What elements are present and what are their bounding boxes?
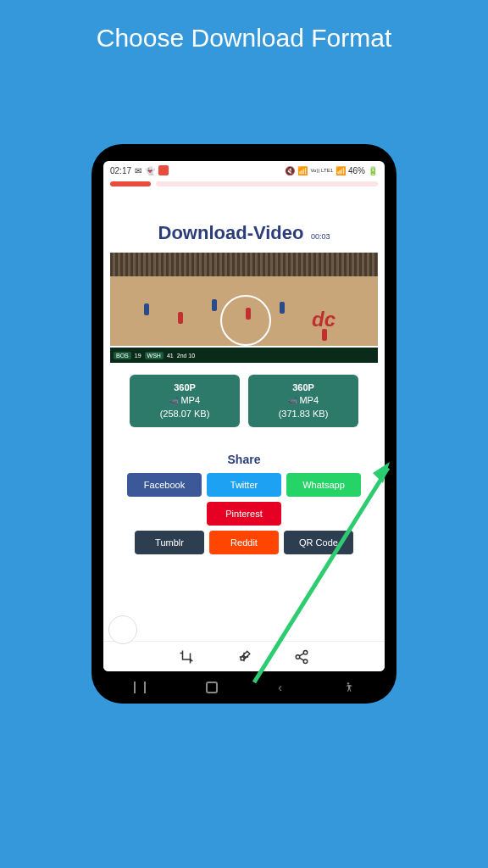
- download-duration: 00:03: [311, 232, 330, 241]
- format-row: 360P MP4 (258.07 KB) 360P MP4 (371.83 KB…: [110, 375, 378, 427]
- status-battery-icon: 🔋: [368, 166, 378, 175]
- status-icon-app: 👻: [145, 166, 155, 175]
- score2: 41: [167, 353, 174, 359]
- format-option-2[interactable]: 360P MP4 (371.83 KB): [248, 375, 358, 427]
- share-row-3: Tumblr Reddit QR Code: [110, 531, 378, 554]
- page-title: Choose Download Format: [0, 0, 488, 53]
- progress-row: [103, 180, 385, 188]
- player: [280, 302, 285, 314]
- status-network: Vo)) LTE1: [310, 168, 333, 173]
- status-bar: 02:17 ✉ 👻 🔇 📶 Vo)) LTE1 📶 46% 🔋: [103, 161, 385, 180]
- nav-recent-button[interactable]: [134, 682, 146, 693]
- share-reddit-button[interactable]: Reddit: [209, 531, 279, 554]
- share-whatsapp-button[interactable]: Whatsapp: [286, 473, 361, 497]
- format-type: MP4: [143, 394, 226, 407]
- share-qrcode-button[interactable]: QR Code: [284, 531, 353, 554]
- court-circle: [220, 295, 271, 346]
- svg-point-0: [303, 650, 308, 654]
- status-battery: 46%: [348, 166, 365, 175]
- player: [144, 303, 149, 315]
- nav-home-button[interactable]: [206, 682, 218, 693]
- score-period: 2nd 10: [177, 353, 195, 359]
- share-twitter-button[interactable]: Twitter: [207, 473, 281, 497]
- nav-accessibility-icon[interactable]: [342, 682, 354, 693]
- android-nav-bar: ‹: [103, 676, 385, 698]
- score-bar: BOS 19 WSH 41 2nd 10: [110, 348, 378, 363]
- app-thumbnail[interactable]: [108, 615, 137, 644]
- content-area: Download-Video 00:03 dc BOS 19 WSH 41: [103, 188, 385, 641]
- bottom-toolbar: [103, 641, 385, 671]
- format-resolution: 360P: [143, 381, 226, 394]
- svg-line-4: [299, 658, 303, 660]
- download-title-row: Download-Video 00:03: [110, 222, 378, 244]
- court-logo: dc: [312, 308, 336, 331]
- share-tumblr-button[interactable]: Tumblr: [135, 531, 204, 554]
- player: [178, 312, 183, 324]
- phone-frame: 02:17 ✉ 👻 🔇 📶 Vo)) LTE1 📶 46% 🔋 Download…: [92, 144, 396, 704]
- status-signal-icon: 📶: [336, 166, 346, 175]
- status-time: 02:17: [110, 166, 131, 175]
- svg-point-5: [347, 682, 349, 684]
- player: [246, 308, 251, 320]
- score1: 19: [135, 353, 141, 359]
- svg-point-1: [296, 654, 300, 659]
- share-grid: Facebook Twitter Whatsapp Pinterest: [110, 473, 378, 526]
- format-resolution: 360P: [262, 381, 345, 394]
- share-facebook-button[interactable]: Facebook: [127, 473, 202, 497]
- nav-back-button[interactable]: ‹: [278, 681, 282, 694]
- status-icon-box: [158, 165, 169, 175]
- progress-segment-2: [156, 181, 378, 186]
- download-title: Download-Video: [158, 222, 304, 243]
- progress-segment-1: [110, 181, 151, 186]
- player: [322, 329, 327, 341]
- score-team1: BOS: [114, 352, 131, 359]
- svg-point-2: [303, 659, 308, 664]
- format-size: (258.07 KB): [143, 408, 226, 420]
- format-type: MP4: [262, 394, 345, 407]
- crowd-area: [110, 253, 378, 276]
- crop-icon[interactable]: [179, 649, 194, 665]
- format-option-1[interactable]: 360P MP4 (258.07 KB): [130, 375, 240, 427]
- share-pinterest-button[interactable]: Pinterest: [207, 502, 281, 526]
- status-mute-icon: 🔇: [285, 166, 295, 175]
- phone-screen: 02:17 ✉ 👻 🔇 📶 Vo)) LTE1 📶 46% 🔋 Download…: [103, 161, 385, 671]
- player: [212, 299, 217, 311]
- svg-line-3: [299, 653, 303, 655]
- share-title: Share: [110, 453, 378, 466]
- edit-icon[interactable]: [236, 649, 252, 665]
- status-wifi-icon: 📶: [297, 166, 308, 175]
- share-icon[interactable]: [294, 649, 309, 665]
- score-team2: WSH: [145, 352, 164, 359]
- video-thumbnail[interactable]: dc BOS 19 WSH 41 2nd 10: [110, 253, 378, 363]
- status-icon-mail: ✉: [135, 166, 141, 175]
- format-size: (371.83 KB): [262, 408, 345, 420]
